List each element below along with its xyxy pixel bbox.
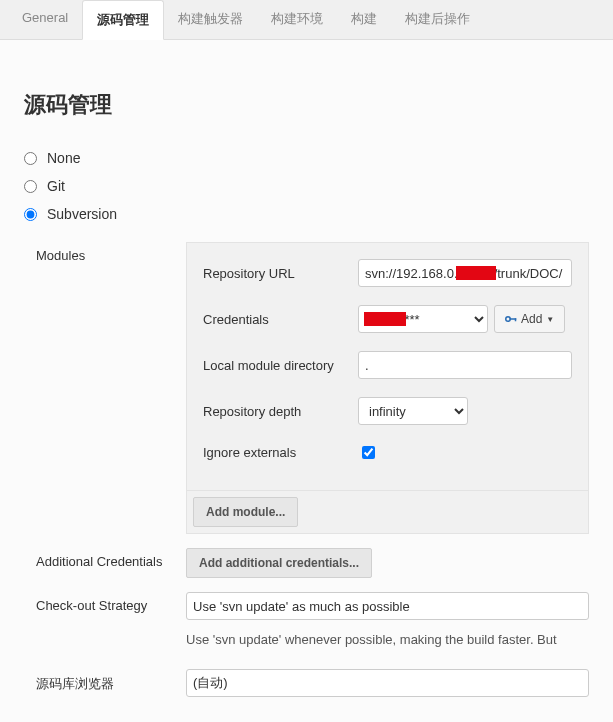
- svg-rect-2: [515, 318, 517, 321]
- config-tabs: General 源码管理 构建触发器 构建环境 构建 构建后操作: [0, 0, 613, 40]
- local-dir-label: Local module directory: [203, 358, 358, 373]
- scm-none-row[interactable]: None: [24, 150, 589, 166]
- scm-svn-radio[interactable]: [24, 208, 37, 221]
- checkout-strategy-help: Use 'svn update' whenever possible, maki…: [186, 632, 589, 647]
- key-icon: [505, 315, 517, 323]
- repo-url-label: Repository URL: [203, 266, 358, 281]
- scm-git-radio[interactable]: [24, 180, 37, 193]
- tab-triggers[interactable]: 构建触发器: [164, 0, 257, 39]
- depth-label: Repository depth: [203, 404, 358, 419]
- additional-credentials-label: Additional Credentials: [36, 548, 186, 569]
- add-credentials-label: Add: [521, 312, 542, 326]
- add-module-button[interactable]: Add module...: [193, 497, 298, 527]
- tab-postbuild[interactable]: 构建后操作: [391, 0, 484, 39]
- tab-general[interactable]: General: [8, 0, 82, 39]
- scm-radio-group: None Git Subversion: [24, 150, 589, 222]
- repo-browser-input[interactable]: [186, 669, 589, 697]
- modules-label: Modules: [36, 242, 186, 263]
- scm-git-row[interactable]: Git: [24, 178, 589, 194]
- tab-scm[interactable]: 源码管理: [82, 0, 164, 40]
- redaction-mark: [456, 266, 496, 280]
- section-title: 源码管理: [24, 90, 589, 120]
- ignore-externals-label: Ignore externals: [203, 445, 358, 460]
- redaction-mark: [364, 312, 406, 326]
- scm-none-radio[interactable]: [24, 152, 37, 165]
- scm-none-label: None: [47, 150, 80, 166]
- tab-build[interactable]: 构建: [337, 0, 391, 39]
- scm-svn-label: Subversion: [47, 206, 117, 222]
- checkout-strategy-input[interactable]: [186, 592, 589, 620]
- tab-env[interactable]: 构建环境: [257, 0, 337, 39]
- repo-browser-label: 源码库浏览器: [36, 669, 186, 693]
- checkout-strategy-label: Check-out Strategy: [36, 592, 186, 613]
- scm-git-label: Git: [47, 178, 65, 194]
- dropdown-caret-icon: ▼: [546, 315, 554, 324]
- ignore-externals-checkbox[interactable]: [362, 446, 375, 459]
- module-box: Repository URL Credentials kui/******: [186, 242, 589, 491]
- depth-select[interactable]: infinity: [358, 397, 468, 425]
- add-additional-credentials-button[interactable]: Add additional credentials...: [186, 548, 372, 578]
- add-credentials-button[interactable]: Add ▼: [494, 305, 565, 333]
- scm-svn-row[interactable]: Subversion: [24, 206, 589, 222]
- local-dir-input[interactable]: [358, 351, 572, 379]
- credentials-label: Credentials: [203, 312, 358, 327]
